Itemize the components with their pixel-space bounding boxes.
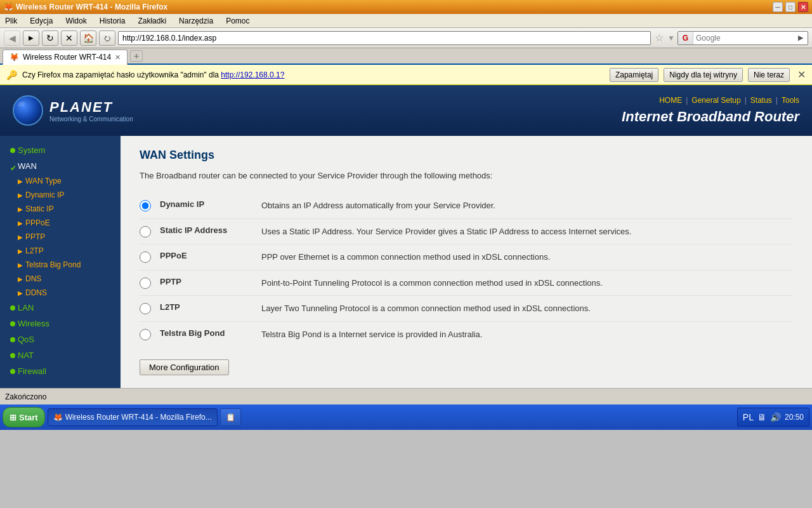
radio-telstra-big-pond[interactable] <box>140 329 151 340</box>
nav-tools[interactable]: Tools <box>782 96 799 105</box>
sidebar-label-wireless: Wireless <box>18 319 49 328</box>
arrow-icon-dns: ▶ <box>18 276 23 283</box>
notification-close-button[interactable]: ✕ <box>797 69 806 81</box>
planet-tagline: Networking & Communication <box>49 116 133 123</box>
page-description: The Broadband router can be connected to… <box>140 171 793 180</box>
sidebar-label-firewall: Firewall <box>18 366 46 376</box>
notification-bar: 🔑 Czy Firefox ma zapamiętać hasło użytko… <box>0 65 812 85</box>
radio-pptp[interactable] <box>140 277 151 289</box>
header-nav: HOME | General Setup | Status | Tools In… <box>622 96 799 125</box>
address-bar-container: ☆ ▼ <box>118 31 675 45</box>
start-label: Start <box>19 413 38 422</box>
menu-pomoc[interactable]: Pomoc <box>223 15 252 27</box>
nav-home[interactable]: HOME <box>659 96 682 105</box>
menu-zakladki[interactable]: Zakładki <box>135 15 169 27</box>
search-engine-icon: G <box>678 32 693 44</box>
sidebar-item-firewall[interactable]: Firewall <box>0 363 121 379</box>
sidebar-item-nat[interactable]: NAT <box>0 347 121 363</box>
option-label-pppoe: PPPoE <box>160 251 261 260</box>
wan-check-icon: ✔ <box>10 164 15 169</box>
history-button[interactable]: ⭮ <box>99 30 115 46</box>
tray-lang-icon: PL <box>743 412 754 422</box>
menu-historia[interactable]: Historia <box>97 15 128 27</box>
tray-monitor-icon: 🖥 <box>757 412 766 422</box>
sidebar-label-qos: QoS <box>18 335 34 344</box>
sidebar-sub-ddns[interactable]: ▶ DDNS <box>0 286 121 300</box>
sidebar-item-wan[interactable]: ✔ WAN <box>0 158 121 174</box>
option-label-pptp: PPTP <box>160 277 261 286</box>
taskbar-firefox-button[interactable]: 🦊 Wireless Router WRT-414 - Mozilla Fire… <box>48 408 218 426</box>
minimize-button[interactable]: ─ <box>773 2 783 12</box>
sidebar-sub-pptp[interactable]: ▶ PPTP <box>0 230 121 244</box>
address-input[interactable] <box>118 31 651 45</box>
back-button[interactable]: ◀ <box>4 30 20 46</box>
browser-title-bar: 🦊 Wireless Router WRT-414 - Mozilla Fire… <box>0 0 812 14</box>
sidebar-label-dynamic-ip: Dynamic IP <box>25 190 64 199</box>
stop-button[interactable]: ✕ <box>61 30 77 46</box>
more-configuration-button[interactable]: More Configuration <box>140 359 229 375</box>
sidebar-label-static-ip: Static IP <box>25 204 54 213</box>
tab-close-button[interactable]: ✕ <box>115 53 121 62</box>
menu-plik[interactable]: Plik <box>3 15 20 27</box>
maximize-button[interactable]: □ <box>785 2 796 12</box>
radio-static-ip-address[interactable] <box>140 226 151 237</box>
option-row-pppoe: PPPoEPPP over Ethernet is a common conne… <box>140 244 793 271</box>
start-button[interactable]: ⊞ Start <box>3 407 45 427</box>
radio-dynamic-ip[interactable] <box>140 200 151 211</box>
nav-general-setup[interactable]: General Setup <box>691 96 740 105</box>
sidebar-sub-telstra[interactable]: ▶ Telstra Big Pond <box>0 258 121 272</box>
option-desc-static-ip-address: Uses a Static IP Address. Your Service P… <box>261 225 793 238</box>
taskbar-tray: PL 🖥 🔊 20:50 <box>737 408 809 427</box>
sidebar-item-lan[interactable]: LAN <box>0 300 121 316</box>
dropdown-arrow-icon[interactable]: ▼ <box>667 34 675 43</box>
option-row-static-ip-address: Static IP AddressUses a Static IP Addres… <box>140 219 793 245</box>
nav-status[interactable]: Status <box>750 96 772 105</box>
option-row-l2tp: L2TPLayer Two Tunneling Protocol is a co… <box>140 296 793 322</box>
tab-label: Wireless Router WRT-414 <box>23 53 111 62</box>
radio-pppoe[interactable] <box>140 251 151 263</box>
sidebar-sub-dynamic-ip[interactable]: ▶ Dynamic IP <box>0 188 121 202</box>
sidebar-sub-l2tp[interactable]: ▶ L2TP <box>0 244 121 258</box>
notification-link[interactable]: http://192.168.0.1? <box>221 70 284 79</box>
radio-l2tp[interactable] <box>140 303 151 314</box>
option-desc-telstra-big-pond: Telstra Big Pond is a Internet service i… <box>261 328 793 341</box>
search-submit-button[interactable]: ▶ <box>794 32 808 44</box>
new-tab-button[interactable]: + <box>130 50 143 62</box>
tab-favicon: 🦊 <box>10 53 19 62</box>
active-tab[interactable]: 🦊 Wireless Router WRT-414 ✕ <box>3 50 128 65</box>
sidebar-label-pppoe: PPPoE <box>25 218 50 227</box>
status-text: Zakończono <box>5 392 807 401</box>
sidebar-sub-dns[interactable]: ▶ DNS <box>0 272 121 286</box>
close-button[interactable]: ✕ <box>798 2 808 12</box>
reload-button[interactable]: ↻ <box>42 30 58 46</box>
taskbar-app2-button[interactable]: 📋 <box>220 408 241 426</box>
home-button[interactable]: 🏠 <box>80 30 96 46</box>
arrow-icon-static-ip: ▶ <box>18 206 23 213</box>
firefox-icon: 🦊 <box>4 3 13 11</box>
bookmark-star-icon[interactable]: ☆ <box>653 32 665 44</box>
sidebar-sub-wan-type[interactable]: ▶ WAN Type <box>0 174 121 188</box>
menu-narzedzia[interactable]: Narzędzia <box>176 15 216 27</box>
search-container: G ▶ <box>678 31 808 45</box>
planet-name: PLANET <box>49 99 133 116</box>
search-input[interactable] <box>693 34 794 43</box>
sidebar-sub-static-ip[interactable]: ▶ Static IP <box>0 202 121 216</box>
arrow-icon-telstra: ▶ <box>18 262 23 269</box>
sidebar-item-system[interactable]: System <box>0 142 121 158</box>
sidebar-item-wireless[interactable]: Wireless <box>0 316 121 331</box>
sidebar-label-lan: LAN <box>18 303 34 312</box>
not-now-button[interactable]: Nie teraz <box>748 68 790 82</box>
forward-button[interactable]: ▶ <box>23 30 39 46</box>
menu-bar: Plik Edycja Widok Historia Zakładki Narz… <box>0 14 812 28</box>
option-label-telstra-big-pond: Telstra Big Pond <box>160 328 261 338</box>
sidebar-item-qos[interactable]: QoS <box>0 331 121 347</box>
sidebar: System ✔ WAN ▶ WAN Type ▶ Dynamic IP ▶ S… <box>0 136 121 388</box>
sidebar-sub-pppoe[interactable]: ▶ PPPoE <box>0 216 121 230</box>
sidebar-label-l2tp: L2TP <box>25 246 44 255</box>
menu-edycja[interactable]: Edycja <box>27 15 55 27</box>
tray-volume-icon: 🔊 <box>770 412 781 422</box>
option-desc-l2tp: Layer Two Tunneling Protocol is a common… <box>261 302 793 315</box>
remember-button[interactable]: Zapamiętaj <box>610 68 658 82</box>
menu-widok[interactable]: Widok <box>63 15 89 27</box>
never-button[interactable]: Nigdy dla tej witryny <box>664 68 743 82</box>
